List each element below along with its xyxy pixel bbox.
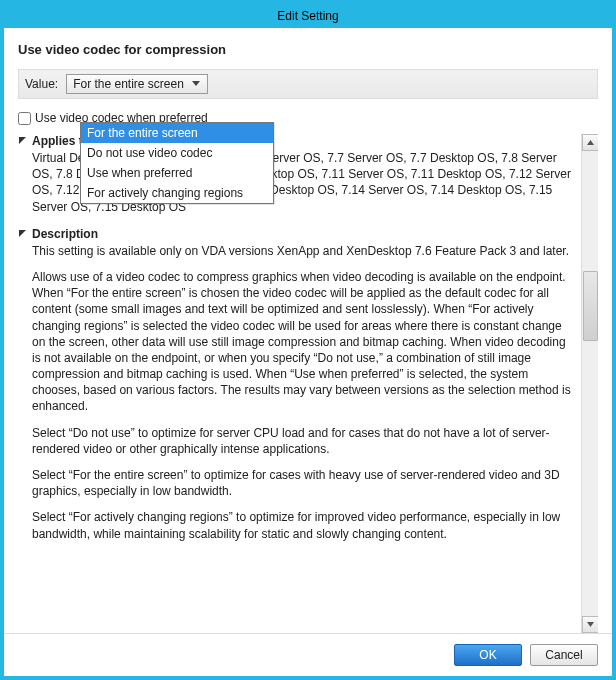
dialog-body: Use video codec for compression Value: F… <box>4 28 612 633</box>
dropdown-option[interactable]: For actively changing regions <box>81 183 273 203</box>
disclosure-triangle-icon <box>18 134 28 148</box>
description-header[interactable]: Description <box>18 227 576 241</box>
ok-button-label: OK <box>479 648 496 662</box>
description-p4: Select “For the entire screen” to optimi… <box>32 467 576 499</box>
title-bar: Edit Setting <box>4 4 612 28</box>
details-content: Applies to the following VDA versions Vi… <box>18 134 580 633</box>
value-row: Value: For the entire screen <box>18 69 598 99</box>
dropdown-option[interactable]: Use when preferred <box>81 163 273 183</box>
vertical-scrollbar[interactable] <box>581 134 598 633</box>
setting-title: Use video codec for compression <box>18 42 598 57</box>
value-combobox[interactable]: For the entire screen <box>66 74 208 94</box>
window-title: Edit Setting <box>277 9 338 23</box>
description-header-text: Description <box>32 227 98 241</box>
description-p1: This setting is available only on VDA ve… <box>32 243 576 259</box>
scrollbar-track[interactable] <box>582 151 599 616</box>
value-dropdown-popup[interactable]: For the entire screen Do not use video c… <box>80 122 274 204</box>
value-label: Value: <box>25 77 60 91</box>
description-body: This setting is available only on VDA ve… <box>32 243 576 542</box>
scrollbar-thumb[interactable] <box>583 271 598 341</box>
edit-setting-window: Edit Setting Use video codec for compres… <box>0 0 616 680</box>
scroll-up-button[interactable] <box>582 134 599 151</box>
description-p5: Select “For actively changing regions” t… <box>32 509 576 541</box>
use-default-checkbox[interactable] <box>18 112 31 125</box>
dialog-footer: OK Cancel <box>4 633 612 676</box>
description-p3: Select “Do not use” to optimize for serv… <box>32 425 576 457</box>
dropdown-option[interactable]: Do not use video codec <box>81 143 273 163</box>
description-p2: Allows use of a video codec to compress … <box>32 269 576 415</box>
value-combobox-text: For the entire screen <box>73 77 189 91</box>
disclosure-triangle-icon <box>18 227 28 241</box>
cancel-button[interactable]: Cancel <box>530 644 598 666</box>
cancel-button-label: Cancel <box>545 648 582 662</box>
ok-button[interactable]: OK <box>454 644 522 666</box>
description-section: Description This setting is available on… <box>18 227 576 542</box>
dropdown-option[interactable]: For the entire screen <box>81 123 273 143</box>
scroll-down-button[interactable] <box>582 616 599 633</box>
details-scroll-area: Applies to the following VDA versions Vi… <box>18 133 598 633</box>
chevron-down-icon <box>189 77 203 91</box>
